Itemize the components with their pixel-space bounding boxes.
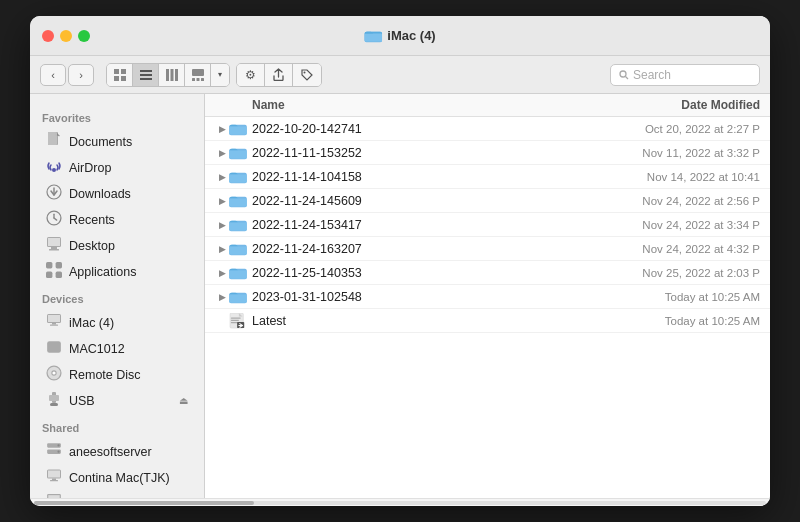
folder-icon — [229, 146, 247, 160]
sidebar-item-contina[interactable]: Contina Mac(TJK) — [34, 465, 200, 490]
svg-rect-75 — [229, 150, 247, 158]
sidebar-item-desktop[interactable]: Desktop — [34, 233, 200, 258]
svg-rect-35 — [56, 272, 62, 278]
svg-point-51 — [57, 451, 59, 453]
file-name: 2022-11-25-140353 — [252, 266, 540, 280]
sidebar-item-mac1012[interactable]: MAC1012 — [34, 336, 200, 361]
disc-icon — [46, 365, 62, 384]
list-view-icon — [140, 69, 152, 81]
table-row[interactable]: ▶ 2022-11-11-153252 Nov 11, 2022 at 3:32… — [205, 141, 770, 165]
gallery-view-icon — [192, 69, 204, 81]
svg-rect-38 — [52, 323, 56, 325]
sidebar-item-aneesoftserver[interactable]: aneesoftserver — [34, 439, 200, 464]
tag-button[interactable] — [293, 64, 321, 86]
desktop-icon — [46, 236, 62, 255]
svg-rect-33 — [56, 262, 62, 268]
folder-icon — [229, 170, 247, 184]
gear-button[interactable]: ⚙ — [237, 64, 265, 86]
minimize-button[interactable] — [60, 30, 72, 42]
expand-icon[interactable]: ▶ — [215, 290, 229, 304]
share-button[interactable] — [265, 64, 293, 86]
back-button[interactable]: ‹ — [40, 64, 66, 86]
svg-rect-21 — [48, 132, 57, 145]
table-row[interactable]: ▶ 2022-11-24-163207 Nov 24, 2022 at 4:32… — [205, 237, 770, 261]
scrollbar-thumb[interactable] — [34, 501, 254, 505]
table-row[interactable]: ▶ 2022-11-25-140353 Nov 25, 2022 at 2:03… — [205, 261, 770, 285]
sidebar-item-imac[interactable]: iMac (4) — [34, 310, 200, 335]
usb-label: USB — [69, 394, 95, 408]
sidebar-item-applications[interactable]: Applications — [34, 259, 200, 284]
column-date-header: Date Modified — [540, 98, 760, 112]
favorites-label: Favorites — [30, 104, 204, 128]
table-row[interactable]: ▶ Latest Today at 10:25 AM — [205, 309, 770, 333]
close-button[interactable] — [42, 30, 54, 42]
usb-icon — [46, 391, 62, 410]
share-icon — [273, 68, 284, 81]
airdrop-label: AirDrop — [69, 161, 111, 175]
svg-rect-8 — [140, 74, 152, 76]
shared-imac-icon — [46, 468, 62, 487]
file-date: Nov 24, 2022 at 4:32 P — [540, 243, 760, 255]
clock-icon — [46, 210, 62, 229]
forward-icon: › — [79, 69, 83, 81]
svg-rect-55 — [50, 480, 58, 481]
mac1012-label: MAC1012 — [69, 342, 125, 356]
svg-point-44 — [52, 371, 56, 375]
column-name-header: Name — [252, 98, 540, 112]
svg-rect-37 — [48, 315, 60, 322]
svg-rect-53 — [48, 471, 60, 478]
expand-icon[interactable]: ▶ — [215, 266, 229, 280]
sidebar-item-remotedisc[interactable]: Remote Disc — [34, 362, 200, 387]
title-area: iMac (4) — [364, 28, 435, 43]
svg-rect-14 — [192, 78, 195, 81]
desktop-label: Desktop — [69, 239, 115, 253]
filelist-header: Name Date Modified — [205, 94, 770, 117]
apps-icon — [46, 262, 62, 281]
svg-rect-46 — [50, 403, 58, 406]
horizontal-scrollbar[interactable] — [30, 498, 770, 506]
expand-icon[interactable]: ▶ — [215, 122, 229, 136]
svg-rect-10 — [166, 69, 169, 81]
expand-icon[interactable]: ▶ — [215, 242, 229, 256]
svg-rect-5 — [114, 76, 119, 81]
window-title: iMac (4) — [387, 28, 435, 43]
svg-point-18 — [620, 71, 626, 77]
sidebar-item-recents[interactable]: Recents — [34, 207, 200, 232]
search-box[interactable]: Search — [610, 64, 760, 86]
table-row[interactable]: ▶ 2022-11-14-104158 Nov 14, 2022 at 10:4… — [205, 165, 770, 189]
svg-rect-79 — [229, 198, 247, 206]
icon-view-button[interactable] — [107, 64, 133, 86]
table-row[interactable]: ▶ 2022-11-24-145609 Nov 24, 2022 at 2:56… — [205, 189, 770, 213]
svg-rect-4 — [121, 69, 126, 74]
expand-icon[interactable]: ▶ — [215, 146, 229, 160]
sidebar-item-documents[interactable]: Documents — [34, 129, 200, 154]
action-buttons: ⚙ — [236, 63, 322, 87]
gear-icon: ⚙ — [245, 68, 256, 82]
file-name: 2022-11-24-153417 — [252, 218, 540, 232]
table-row[interactable]: ▶ 2023-01-31-102548 Today at 10:25 AM — [205, 285, 770, 309]
column-view-button[interactable] — [159, 64, 185, 86]
eject-icon[interactable]: ⏏ — [179, 395, 188, 406]
svg-rect-47 — [49, 395, 59, 401]
table-row[interactable]: ▶ 2022-10-20-142741 Oct 20, 2022 at 2:27… — [205, 117, 770, 141]
documents-label: Documents — [69, 135, 132, 149]
list-view-button[interactable] — [133, 64, 159, 86]
forward-button[interactable]: › — [68, 64, 94, 86]
expand-icon[interactable]: ▶ — [215, 218, 229, 232]
table-row[interactable]: ▶ 2022-11-24-153417 Nov 24, 2022 at 3:34… — [205, 213, 770, 237]
imac-icon — [46, 313, 62, 332]
sidebar-item-airdrop[interactable]: AirDrop — [34, 155, 200, 180]
view-dropdown-button[interactable]: ▾ — [211, 64, 229, 86]
remotedisc-label: Remote Disc — [69, 368, 141, 382]
sidebar-item-desktop-7f7[interactable]: desktop-7f7cl7f — [34, 491, 200, 498]
gallery-view-button[interactable] — [185, 64, 211, 86]
expand-icon[interactable]: ▶ — [215, 194, 229, 208]
expand-icon[interactable]: ▶ — [215, 170, 229, 184]
sidebar-item-usb[interactable]: USB ⏏ — [34, 388, 200, 413]
file-name: 2023-01-31-102548 — [252, 290, 540, 304]
maximize-button[interactable] — [78, 30, 90, 42]
sidebar-item-downloads[interactable]: Downloads — [34, 181, 200, 206]
sidebar: Favorites Documents — [30, 94, 205, 498]
file-name: 2022-11-14-104158 — [252, 170, 540, 184]
svg-rect-29 — [48, 238, 60, 246]
